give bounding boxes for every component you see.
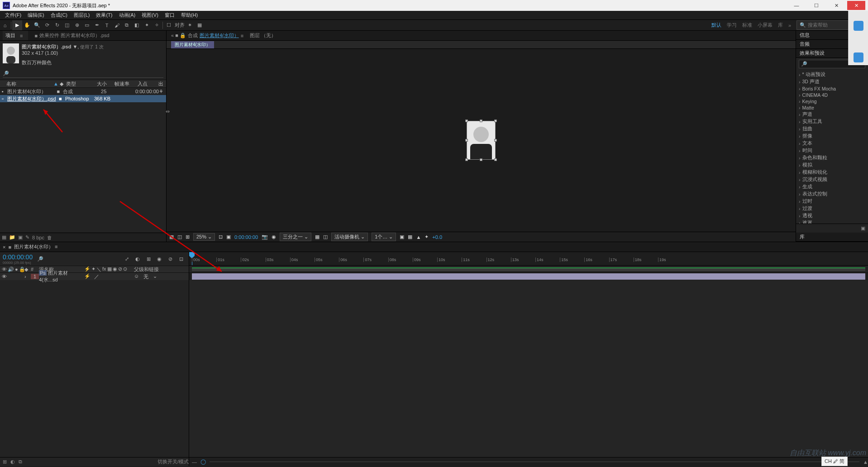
orbit-tool-icon[interactable]: ⟳ xyxy=(42,20,52,30)
tl-foot1-icon[interactable]: ⊞ xyxy=(3,459,7,465)
grid-icon[interactable]: ▦ xyxy=(169,234,174,240)
transparency-icon[interactable]: ▦ xyxy=(315,234,320,240)
effect-category[interactable]: 过渡 xyxy=(796,205,868,212)
col-parent[interactable]: 父级和链接 xyxy=(134,266,159,273)
effect-category[interactable]: Boris FX Mocha xyxy=(796,86,868,92)
exposure[interactable]: +0.0 xyxy=(432,234,442,240)
menu-effect[interactable]: 效果(T) xyxy=(93,11,115,19)
col-out[interactable]: 出 xyxy=(148,81,166,87)
clone-tool-icon[interactable]: ⧉ xyxy=(122,20,132,30)
timeline-tab[interactable]: 图片素材4(水印） ≡ xyxy=(14,243,57,250)
minimize-button[interactable]: — xyxy=(787,1,806,10)
channel-icon[interactable]: ◉ xyxy=(272,234,276,240)
zoom-out-icon[interactable]: — xyxy=(192,459,197,465)
effect-category[interactable]: 沉浸式视频 xyxy=(796,176,868,183)
vf-icon2[interactable]: ▦ xyxy=(408,234,412,240)
menu-file[interactable]: 文件(F) xyxy=(2,11,24,19)
menu-window[interactable]: 窗口 xyxy=(162,11,178,19)
col-in[interactable]: 入点 xyxy=(129,81,148,87)
camera-tool-icon[interactable]: ◫ xyxy=(62,20,72,30)
effect-category[interactable]: Keying xyxy=(796,98,868,105)
viewer-layer-tab[interactable]: 图层 （无） xyxy=(250,32,276,39)
toggle-switches[interactable]: 切换开关/模式 xyxy=(157,458,189,465)
viewer-comp-tab[interactable]: « ■ 🔒 合成 图片素材4(水印） ≡ xyxy=(171,32,243,39)
flowchart-item[interactable]: 图片素材4(水印） xyxy=(171,41,214,48)
hand-tool-icon[interactable]: ✋ xyxy=(22,20,32,30)
menu-composition[interactable]: 合成(C) xyxy=(48,11,71,19)
project-tab[interactable]: 项目≡ xyxy=(3,31,28,40)
tl-tool4-icon[interactable]: ◉ xyxy=(154,254,164,264)
effect-category[interactable]: 生成 xyxy=(796,183,868,191)
vf-icon1[interactable]: ▣ xyxy=(400,234,404,240)
vf-icon3[interactable]: ▲ xyxy=(416,234,421,240)
guide-icon[interactable]: ⊞ xyxy=(186,234,190,240)
menu-layer[interactable]: 图层(L) xyxy=(71,11,93,19)
effect-category[interactable]: 文本 xyxy=(796,140,868,147)
camera-dropdown[interactable]: 活动摄像机 ⌄ xyxy=(331,233,368,241)
menu-view[interactable]: 视图(V) xyxy=(138,11,162,19)
effect-category[interactable]: * 动画预设 xyxy=(796,71,868,78)
adjust-icon[interactable]: ✎ xyxy=(25,234,29,240)
effect-category[interactable]: 实用工具 xyxy=(796,118,868,125)
timeline-close-icon[interactable]: × xyxy=(3,244,5,250)
res-dropdown[interactable]: 三分之一 ⌄ xyxy=(280,233,311,241)
comp-link[interactable]: 图片素材4(水印） xyxy=(200,32,239,39)
effect-category[interactable]: 模拟 xyxy=(796,162,868,169)
col-size[interactable]: 大小 xyxy=(89,81,107,87)
video-col-icon[interactable]: 👁 xyxy=(2,267,7,272)
effect-category[interactable]: 杂色和颗粒 xyxy=(796,154,868,162)
effect-controls-tab[interactable]: ■ 效果控件 图片素材4(水印）.psd xyxy=(32,31,112,40)
pen-tool-icon[interactable]: ✒ xyxy=(92,20,102,30)
effect-category[interactable]: Matte xyxy=(796,105,868,111)
time-ruler[interactable]: 00s01s02s03s04s05s06s07s08s09s10s11s12s1… xyxy=(189,252,868,266)
viewer-time[interactable]: 0:00:00:00 xyxy=(234,234,258,240)
effect-category[interactable]: CINEMA 4D xyxy=(796,92,868,98)
workspace-learn[interactable]: 学习 xyxy=(727,22,737,29)
layer-bar[interactable] xyxy=(192,273,865,280)
tl-foot3-icon[interactable]: ⧉ xyxy=(19,459,22,465)
comp-icon[interactable]: ▣ xyxy=(18,234,23,240)
shield-icon[interactable] xyxy=(854,21,863,31)
tl-foot2-icon[interactable]: ◐ xyxy=(10,459,15,465)
work-area[interactable] xyxy=(189,266,868,273)
brush-tool-icon[interactable]: 🖌 xyxy=(112,20,122,30)
timeline-search[interactable]: 🔎 xyxy=(37,256,117,262)
bpc-label[interactable]: 8 bpc xyxy=(32,235,44,240)
eraser-tool-icon[interactable]: ◧ xyxy=(132,20,142,30)
zoom-tool-icon[interactable]: 🔍 xyxy=(32,20,42,30)
new-bin-icon[interactable]: ▣ xyxy=(861,225,865,231)
col-num[interactable]: # xyxy=(31,267,39,272)
project-row-psd[interactable]: ▫ 图片素材4(水印）.psd ■ Photoshop 368 KB xyxy=(0,95,166,102)
effect-category[interactable]: 模糊和锐化 xyxy=(796,169,868,176)
menu-edit[interactable]: 编辑(E) xyxy=(24,11,48,19)
col-fr[interactable]: 帧速率 xyxy=(107,81,129,87)
col-name[interactable]: 名称 xyxy=(0,81,53,87)
layer-track[interactable] xyxy=(189,273,868,280)
library-panel-header[interactable]: 库 xyxy=(796,233,868,242)
effect-category[interactable]: 遮罩 xyxy=(796,219,868,224)
trash-icon[interactable]: 🗑 xyxy=(47,235,52,240)
views-dropdown[interactable]: 1个… ⌄ xyxy=(372,233,396,241)
vf-icon4[interactable]: ✦ xyxy=(424,234,429,240)
tl-tool1-icon[interactable]: ⤢ xyxy=(122,254,132,264)
current-time[interactable]: 0:00:00:00 xyxy=(3,253,33,261)
project-row-comp[interactable]: ▪ 图片素材4(水印） ■ 合成 25 0:00:00:00 ⚘ xyxy=(0,88,166,95)
tl-tool6-icon[interactable]: ⊡ xyxy=(176,254,186,264)
ime-indicator[interactable]: CH 🖉 简 xyxy=(821,457,848,466)
workspace-standard[interactable]: 标准 xyxy=(742,22,752,29)
effect-category[interactable]: 过时 xyxy=(796,198,868,205)
outer-close-button[interactable]: ✕ xyxy=(847,1,865,10)
zoom-dropdown[interactable]: 25% ⌄ xyxy=(193,233,215,241)
menu-animation[interactable]: 动画(A) xyxy=(116,11,139,19)
res-icon[interactable]: ⊡ xyxy=(219,234,223,240)
effect-category[interactable]: 时间 xyxy=(796,147,868,154)
workspace-default[interactable]: 默认 xyxy=(711,22,721,29)
col-type[interactable]: 类型 xyxy=(66,81,89,87)
roto-tool-icon[interactable]: ✦ xyxy=(142,20,152,30)
solo-col-icon[interactable]: ● xyxy=(15,267,18,272)
composition-canvas[interactable]: ⇔ xyxy=(167,49,796,232)
effect-category[interactable]: 3D 声道 xyxy=(796,78,868,86)
maximize-button[interactable]: ☐ xyxy=(807,1,825,10)
workspace-small[interactable]: 小屏幕 xyxy=(758,22,773,29)
snap-opt1-icon[interactable]: ✶ xyxy=(185,20,195,30)
